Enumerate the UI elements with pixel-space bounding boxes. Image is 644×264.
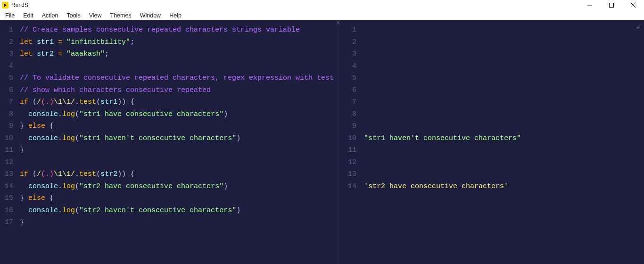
close-icon: [631, 3, 636, 8]
line-number: 14: [0, 181, 20, 193]
editor-line: 7if (/(.)\1\1/.test(str1)) {: [0, 96, 338, 108]
menu-view[interactable]: View: [85, 11, 106, 20]
token-sp: [54, 38, 58, 46]
maximize-button[interactable]: [601, 0, 622, 10]
line-content: let str2 = "aaakash";: [20, 48, 109, 60]
line-number: 2: [0, 36, 20, 49]
token-sp: [33, 50, 37, 58]
line-number: 12: [339, 157, 364, 169]
editor-line: 12: [0, 157, 338, 169]
minimize-button[interactable]: [579, 0, 601, 10]
editor-line: 14 console.log("str2 have consecutive ch…: [0, 181, 338, 193]
line-number: 4: [339, 60, 364, 73]
editor-line: 4: [0, 60, 338, 73]
token-punc: {: [130, 98, 134, 106]
token-prop: console: [28, 134, 58, 142]
token-sp: [28, 98, 33, 106]
token-sp: [20, 110, 28, 118]
token-regex: /: [37, 98, 41, 106]
token-func: test: [79, 98, 96, 106]
token-regex: /: [37, 170, 41, 178]
menu-window[interactable]: Window: [136, 11, 165, 20]
token-punc: .: [58, 110, 62, 118]
menu-edit[interactable]: Edit: [19, 11, 38, 20]
token-string: "aaakash": [66, 50, 105, 58]
token-punc: {: [50, 122, 54, 130]
output-line: 5: [339, 72, 644, 84]
token-punc: ): [236, 206, 240, 214]
line-number: 2: [339, 36, 364, 49]
menu-file[interactable]: File: [1, 11, 19, 20]
token-sp: [33, 38, 37, 46]
editor-line: 10 console.log("str1 haven't consecutive…: [0, 132, 338, 145]
line-content: // Create samples consecutive repeated c…: [20, 24, 300, 36]
token-string: "str2 have consecutive characters": [79, 182, 223, 190]
minimize-icon: [587, 3, 592, 8]
editor-code[interactable]: 1// Create samples consecutive repeated …: [0, 20, 338, 229]
line-content: } else {: [20, 192, 54, 205]
token-sp: [54, 50, 58, 58]
output-code: 12345678910"str1 haven't consecutive cha…: [339, 20, 644, 192]
menu-tools[interactable]: Tools: [62, 11, 84, 20]
line-number: 11: [339, 144, 364, 157]
line-number: 8: [339, 108, 364, 121]
token-punc: }: [20, 218, 24, 226]
token-punc: )): [117, 170, 126, 178]
token-punc: {: [130, 170, 134, 178]
token-punc: }: [20, 146, 24, 154]
output-line: 8: [339, 108, 644, 121]
output-line: 10"str1 haven't consecutive characters": [339, 132, 644, 145]
token-sp: [45, 194, 50, 202]
close-button[interactable]: [622, 0, 644, 10]
token-punc: (: [75, 182, 79, 190]
line-number: 1: [339, 24, 364, 36]
line-number: 11: [0, 144, 20, 157]
editor-line: 8 console.log("str1 have consecutive cha…: [0, 108, 338, 121]
editor-line: 6// show which characters consecutive re…: [0, 84, 338, 97]
output-line: 14'str2 have consecutive characters': [339, 181, 644, 193]
token-punc: .: [58, 182, 62, 190]
line-content: if (/(.)\1\1/.test(str2)) {: [20, 168, 134, 181]
token-regex: \1\1/: [54, 170, 75, 178]
line-number: 7: [339, 96, 364, 108]
token-comment: // show which characters consecutive rep…: [20, 86, 211, 94]
token-punc: .: [58, 134, 62, 142]
line-number: 13: [339, 168, 364, 181]
token-sp: [20, 182, 28, 190]
line-content: console.log("str1 haven't consecutive ch…: [20, 132, 240, 145]
menu-help[interactable]: Help: [165, 11, 186, 20]
line-number: 5: [0, 72, 20, 84]
token-punc: (: [75, 110, 79, 118]
token-punc: .: [75, 170, 79, 178]
token-keyword2: else: [28, 122, 45, 130]
token-sp: [62, 50, 66, 58]
line-content: }: [20, 216, 24, 229]
token-sp: [24, 194, 28, 202]
new-tab-button[interactable]: +: [636, 23, 640, 32]
token-sp: [62, 38, 66, 46]
token-op: =: [58, 38, 62, 46]
editor-line: 5// To validate consecutive repeated cha…: [0, 72, 338, 84]
window-controls: [579, 0, 644, 10]
token-func: test: [79, 170, 96, 178]
token-punc: }: [20, 122, 24, 130]
line-number: 7: [0, 96, 20, 108]
token-out-str: "str1 haven't consecutive characters": [364, 134, 521, 142]
menu-action[interactable]: Action: [38, 11, 63, 20]
token-punc: (: [75, 134, 79, 142]
editor-line: 1// Create samples consecutive repeated …: [0, 24, 338, 36]
app-icon: [2, 2, 8, 8]
token-sp: [24, 122, 28, 130]
line-content: if (/(.)\1\1/.test(str1)) {: [20, 96, 134, 108]
output-line: 13: [339, 168, 644, 181]
output-line: 12: [339, 157, 644, 169]
menu-themes[interactable]: Themes: [106, 11, 136, 20]
line-number: 16: [0, 205, 20, 217]
token-string: "str1 have consecutive characters": [79, 110, 223, 118]
output-line: 6: [339, 84, 644, 97]
editor-pane[interactable]: 1// Create samples consecutive repeated …: [0, 20, 339, 264]
token-var: str1: [100, 98, 117, 106]
token-punc: ;: [105, 50, 109, 58]
maximize-icon: [609, 3, 614, 8]
output-pane: + 12345678910"str1 haven't consecutive c…: [339, 20, 644, 264]
